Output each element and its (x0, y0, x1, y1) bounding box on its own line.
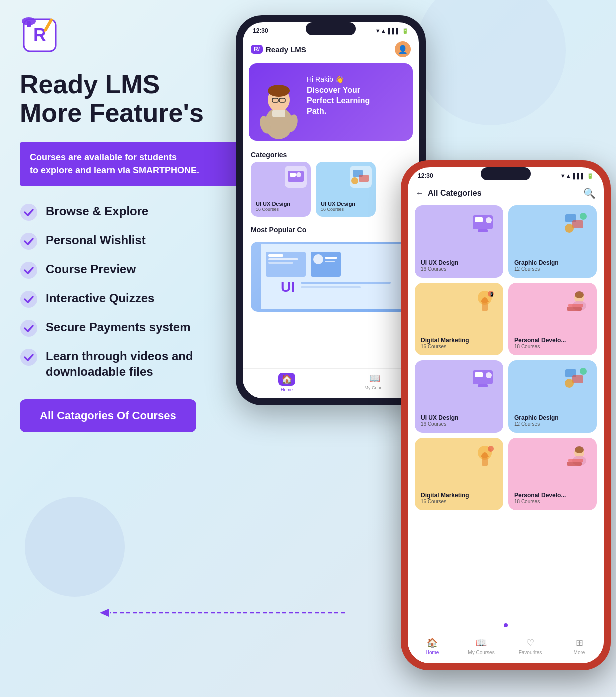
course-card-big[interactable]: UI (251, 242, 411, 312)
feature-item: Personal Wishlist (20, 232, 240, 250)
categories-scroll: UI UX Design 16 Courses UI UX Design 16 … (243, 162, 419, 217)
feature-text: Learn through videos anddownloadable fil… (46, 348, 194, 379)
feature-text: Secure Payments system (46, 319, 191, 335)
svg-point-69 (488, 446, 494, 452)
categories-grid: UI UX Design 16 Courses Graph (408, 205, 604, 510)
graphic-icon-2 (564, 365, 592, 393)
svg-rect-68 (482, 458, 488, 466)
cat-count: 18 Courses (514, 344, 591, 349)
cat-title: Digital Marketing (421, 492, 498, 499)
nav2-more[interactable]: ⊞ More (555, 637, 604, 655)
grid-cat-uiux-1[interactable]: UI UX Design 16 Courses (415, 205, 504, 278)
feature-text: Interactive Quizzes (46, 290, 154, 306)
cat-title: Graphic Design (514, 259, 591, 266)
hero-text: Hi Rakib 👋 Discover YourPerfect Learning… (307, 71, 405, 116)
grid-cat-personal-2[interactable]: Personal Develo... 18 Courses (508, 438, 597, 510)
phones-area: 12:30 ▼▲ ▌▌▌ 🔋 R/ Ready LMS 👤 (236, 15, 616, 680)
svg-point-74 (575, 446, 584, 453)
marketing-icon-1: 📱 (471, 288, 498, 315)
notch-2 (481, 167, 531, 180)
svg-point-29 (352, 177, 358, 184)
app-logo-icon: R (20, 15, 60, 55)
grid-icon: ⊞ (576, 637, 584, 648)
svg-rect-37 (325, 257, 338, 259)
back-button[interactable]: ← All Categories (416, 189, 482, 198)
check-icon (20, 290, 38, 308)
svg-point-66 (580, 368, 587, 375)
cta-button[interactable]: All Catagories Of Courses (20, 399, 196, 432)
svg-rect-3 (27, 21, 31, 27)
svg-marker-12 (100, 609, 109, 617)
svg-rect-32 (268, 254, 284, 257)
feature-text: Personal Wishlist (46, 232, 146, 248)
phone-2-screen: 12:30 ▼▲ ▌▌▌ 🔋 ← All Categories 🔍 (408, 167, 604, 663)
check-icon (20, 319, 38, 337)
feature-item: Secure Payments system (20, 319, 240, 337)
svg-point-61 (486, 372, 492, 378)
cat-title: Personal Develo... (514, 492, 591, 499)
personal-icon-1 (564, 288, 592, 315)
nav2-home[interactable]: 🏠 Home (408, 637, 457, 655)
page-title: All Categories (428, 189, 482, 198)
svg-point-36 (314, 254, 324, 264)
nav-home[interactable]: 🏠 Home (243, 373, 331, 392)
cat-title: UI UX Design (256, 201, 306, 207)
grid-cat-marketing-2[interactable]: Digital Marketing 16 Courses (415, 438, 504, 510)
marketing-icon-2 (471, 443, 498, 470)
svg-point-11 (20, 349, 38, 366)
nav2-courses[interactable]: 📖 My Courses (457, 637, 506, 655)
dashed-arrow (100, 603, 350, 623)
svg-text:UI: UI (281, 279, 295, 295)
uiux-icon (285, 166, 307, 188)
cat-card-uiux[interactable]: UI UX Design 16 Courses (251, 162, 311, 217)
search-button[interactable]: 🔍 (584, 187, 596, 199)
user-avatar: 👤 (395, 41, 411, 57)
popular-section: UI (243, 237, 419, 312)
hero-character (254, 71, 304, 141)
svg-rect-38 (325, 261, 335, 262)
check-icon (20, 348, 38, 366)
main-title: Ready LMS More Feature's (20, 70, 240, 127)
graphic-icon-1 (564, 210, 592, 238)
check-icon (20, 203, 38, 221)
svg-point-49 (580, 213, 587, 220)
left-section: R Ready LMS More Feature's Courses are a… (20, 15, 240, 432)
svg-point-65 (565, 379, 574, 388)
nav2-favourites[interactable]: ♡ Favourites (506, 637, 555, 655)
grid-cat-personal-1[interactable]: Personal Develo... 18 Courses (508, 283, 597, 355)
cat-count: 16 Courses (421, 344, 498, 349)
grid-cat-graphic-1[interactable]: Graphic Design 12 Courses (508, 205, 597, 278)
svg-rect-19 (272, 110, 286, 117)
svg-point-8 (20, 262, 38, 279)
bottom-nav-phone2: 🏠 Home 📖 My Courses ♡ Favourites ⊞ More (408, 633, 604, 663)
svg-rect-43 (475, 217, 483, 222)
svg-point-7 (20, 233, 38, 250)
cat-count: 12 Courses (514, 266, 591, 272)
grid-cat-marketing-1[interactable]: 📱 Digital Marketing 16 Courses (415, 283, 504, 355)
feature-text: Course Preview (46, 261, 136, 277)
bottom-nav-phone1: 🏠 Home 📖 My Cour... (243, 368, 419, 398)
svg-rect-24 (290, 173, 296, 177)
feature-item: Interactive Quizzes (20, 290, 240, 308)
svg-rect-33 (268, 258, 298, 260)
uiux-icon-1 (471, 210, 498, 238)
back-arrow-icon: ← (416, 189, 424, 198)
cat-title: UI UX Design (421, 414, 498, 421)
svg-point-58 (575, 291, 584, 298)
courses-icon: 📖 (370, 373, 380, 384)
svg-rect-28 (359, 175, 369, 182)
svg-point-25 (296, 172, 302, 177)
grid-cat-uiux-2[interactable]: UI UX Design 16 Courses (415, 360, 504, 433)
app-logo: R/ Ready LMS (251, 45, 306, 54)
phone-2: 12:30 ▼▲ ▌▌▌ 🔋 ← All Categories 🔍 (401, 160, 611, 670)
svg-point-10 (20, 320, 38, 337)
svg-text:R: R (34, 25, 46, 45)
svg-rect-60 (475, 372, 483, 377)
cat-count: 18 Courses (514, 499, 591, 504)
feature-item: Course Preview (20, 261, 240, 279)
grid-cat-graphic-2[interactable]: Graphic Design 12 Courses (508, 360, 597, 433)
svg-rect-34 (268, 262, 294, 264)
svg-point-48 (565, 224, 574, 233)
phone-1: 12:30 ▼▲ ▌▌▌ 🔋 R/ Ready LMS 👤 (236, 15, 426, 405)
cat-card-graphic[interactable]: UI UX Design 16 Courses (316, 162, 376, 217)
